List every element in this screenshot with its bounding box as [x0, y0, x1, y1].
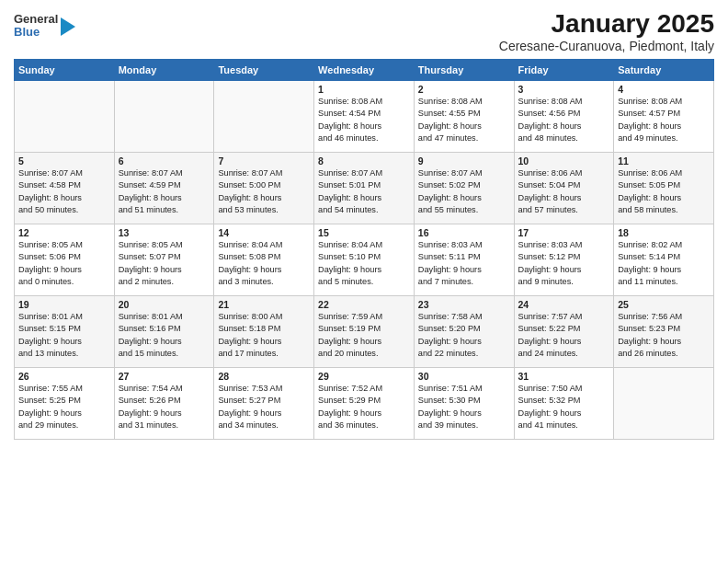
day-info-line: and 31 minutes. — [119, 420, 178, 430]
day-info-line: and 53 minutes. — [218, 205, 278, 214]
day-number: 18 — [618, 227, 710, 238]
day-number: 15 — [318, 227, 410, 238]
day-info-line: Sunset: 5:23 PM — [618, 324, 680, 333]
day-number: 26 — [18, 371, 110, 382]
day-info-line: Sunset: 5:30 PM — [418, 396, 481, 405]
day-info-line: and 55 minutes. — [418, 205, 478, 214]
day-info-line: Daylight: 8 hours — [218, 193, 281, 202]
day-info-line: and 29 minutes. — [18, 420, 78, 430]
day-info-line: Sunrise: 8:04 AM — [318, 240, 382, 249]
day-info-line: Sunset: 5:06 PM — [18, 252, 81, 261]
day-info-line: and 17 minutes. — [218, 349, 278, 358]
day-info: Sunrise: 8:08 AMSunset: 4:57 PMDaylight:… — [618, 96, 710, 144]
day-of-week-header: Thursday — [414, 60, 514, 81]
calendar-cell: 31Sunrise: 7:50 AMSunset: 5:32 PMDayligh… — [514, 368, 614, 440]
day-info-line: Daylight: 9 hours — [18, 265, 82, 274]
day-info-line: Daylight: 8 hours — [418, 121, 482, 131]
day-info-line: and 20 minutes. — [318, 349, 378, 358]
day-info-line: Daylight: 9 hours — [618, 265, 681, 274]
day-info-line: Sunrise: 8:01 AM — [119, 312, 183, 321]
day-info: Sunrise: 8:05 AMSunset: 5:06 PMDaylight:… — [18, 239, 110, 288]
day-info: Sunrise: 8:07 AMSunset: 4:58 PMDaylight:… — [18, 167, 110, 216]
day-info-line: and 7 minutes. — [418, 277, 473, 286]
calendar-cell: 26Sunrise: 7:55 AMSunset: 5:25 PMDayligh… — [15, 368, 115, 440]
day-info-line: Sunset: 5:27 PM — [218, 396, 280, 405]
day-info-line: Daylight: 9 hours — [518, 337, 582, 346]
day-info-line: Sunrise: 8:02 AM — [618, 240, 682, 249]
day-info-line: Sunset: 5:26 PM — [119, 396, 181, 405]
day-info-line: Sunrise: 7:52 AM — [318, 384, 382, 393]
day-info-line: Sunrise: 7:51 AM — [418, 384, 483, 393]
day-info-line: Daylight: 9 hours — [318, 337, 381, 346]
day-info-line: Daylight: 8 hours — [18, 193, 82, 202]
day-info-line: Sunset: 5:18 PM — [218, 324, 280, 333]
day-info-line: Sunset: 4:56 PM — [518, 109, 581, 118]
day-number: 24 — [518, 299, 610, 310]
day-info-line: and 9 minutes. — [518, 277, 574, 286]
day-info-line: Sunrise: 8:08 AM — [418, 97, 483, 106]
day-info-line: Sunset: 5:04 PM — [518, 180, 581, 190]
day-info-line: Sunrise: 8:06 AM — [618, 168, 682, 178]
day-info-line: Sunrise: 8:07 AM — [218, 168, 282, 178]
day-of-week-header: Saturday — [614, 60, 714, 81]
calendar-cell: 27Sunrise: 7:54 AMSunset: 5:26 PMDayligh… — [114, 368, 214, 440]
day-info-line: Sunset: 5:29 PM — [318, 396, 381, 405]
day-info: Sunrise: 7:50 AMSunset: 5:32 PMDaylight:… — [518, 383, 610, 431]
day-number: 14 — [218, 227, 310, 238]
day-info-line: Sunrise: 7:56 AM — [618, 312, 682, 321]
day-number: 30 — [418, 371, 510, 382]
calendar-cell: 21Sunrise: 8:00 AMSunset: 5:18 PMDayligh… — [214, 296, 314, 368]
day-info-line: and 41 minutes. — [518, 420, 578, 430]
calendar-cell: 6Sunrise: 8:07 AMSunset: 4:59 PMDaylight… — [114, 153, 214, 224]
day-info-line: and 50 minutes. — [18, 205, 78, 214]
day-number: 4 — [618, 84, 710, 95]
day-info-line: Sunrise: 7:57 AM — [518, 312, 583, 321]
day-info: Sunrise: 8:07 AMSunset: 4:59 PMDaylight:… — [119, 167, 210, 216]
day-info-line: Daylight: 8 hours — [418, 193, 482, 202]
day-info-line: Daylight: 8 hours — [618, 193, 681, 202]
day-info: Sunrise: 8:05 AMSunset: 5:07 PMDaylight:… — [119, 239, 210, 288]
day-number: 11 — [618, 155, 710, 167]
day-info-line: Sunset: 5:12 PM — [518, 252, 581, 261]
day-number: 13 — [119, 227, 210, 238]
day-info-line: Daylight: 9 hours — [318, 265, 381, 274]
day-info-line: Sunrise: 8:03 AM — [518, 240, 583, 249]
day-info: Sunrise: 7:53 AMSunset: 5:27 PMDaylight:… — [218, 383, 310, 431]
day-info-line: Sunset: 5:14 PM — [618, 252, 680, 261]
day-number: 3 — [518, 84, 610, 95]
calendar-cell: 15Sunrise: 8:04 AMSunset: 5:10 PMDayligh… — [314, 224, 415, 296]
day-info-line: Daylight: 9 hours — [618, 337, 681, 346]
day-info: Sunrise: 8:07 AMSunset: 5:00 PMDaylight:… — [218, 167, 310, 216]
day-info-line: and 26 minutes. — [618, 349, 677, 358]
day-info-line: Daylight: 9 hours — [418, 408, 482, 418]
day-info-line: Sunrise: 8:08 AM — [618, 97, 682, 106]
calendar-cell: 24Sunrise: 7:57 AMSunset: 5:22 PMDayligh… — [514, 296, 614, 368]
day-number: 29 — [318, 371, 410, 382]
day-number: 9 — [418, 155, 510, 167]
day-number: 8 — [318, 155, 410, 167]
day-info-line: Daylight: 8 hours — [318, 193, 381, 202]
day-number: 5 — [18, 155, 110, 167]
day-info-line: Daylight: 9 hours — [119, 265, 182, 274]
calendar-cell: 16Sunrise: 8:03 AMSunset: 5:11 PMDayligh… — [414, 224, 514, 296]
logo-text: General Blue — [14, 13, 58, 40]
calendar-cell: 13Sunrise: 8:05 AMSunset: 5:07 PMDayligh… — [114, 224, 214, 296]
day-info-line: Sunset: 5:25 PM — [18, 396, 81, 405]
day-info-line: Sunrise: 7:59 AM — [318, 312, 382, 321]
day-info-line: Sunrise: 7:50 AM — [518, 384, 583, 393]
calendar-cell: 12Sunrise: 8:05 AMSunset: 5:06 PMDayligh… — [15, 224, 115, 296]
day-number: 31 — [518, 371, 610, 382]
calendar-cell — [214, 81, 314, 153]
logo: General Blue — [14, 13, 75, 40]
day-info-line: Daylight: 9 hours — [119, 408, 182, 418]
day-info-line: and 22 minutes. — [418, 349, 478, 358]
day-info-line: Daylight: 8 hours — [618, 121, 681, 131]
day-info-line: Daylight: 9 hours — [119, 337, 182, 346]
calendar-week-row: 26Sunrise: 7:55 AMSunset: 5:25 PMDayligh… — [15, 368, 714, 440]
day-info: Sunrise: 8:01 AMSunset: 5:15 PMDaylight:… — [18, 311, 110, 360]
calendar-cell: 2Sunrise: 8:08 AMSunset: 4:55 PMDaylight… — [414, 81, 514, 153]
day-number: 2 — [418, 84, 510, 95]
day-info-line: Sunset: 4:59 PM — [119, 180, 181, 190]
day-info-line: Sunset: 5:01 PM — [318, 180, 381, 190]
day-info-line: Sunrise: 7:54 AM — [119, 384, 183, 393]
